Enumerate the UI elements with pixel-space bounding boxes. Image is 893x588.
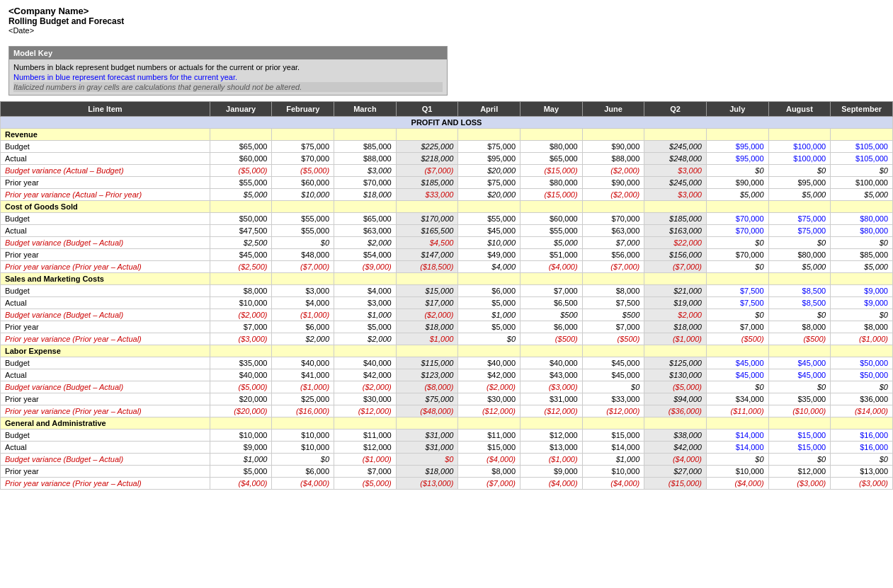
model-key-body: Numbers in black represent budget number…	[9, 59, 447, 95]
revenue-prior-jul: $90,000	[706, 177, 768, 189]
revenue-pv-feb: $10,000	[272, 189, 334, 201]
revenue-budget-sep: $105,000	[831, 141, 893, 153]
revenue-actual-jan: $60,000	[210, 153, 272, 165]
revenue-actual-row: Actual $60,000 $70,000 $88,000 $218,000 …	[1, 153, 893, 165]
revenue-bv-feb: ($5,000)	[272, 165, 334, 177]
revenue-budget-feb: $75,000	[272, 141, 334, 153]
revenue-bv-sep: $0	[831, 165, 893, 177]
col-q1: Q1	[396, 102, 458, 117]
labor-pv-row: Prior year variance (Prior year – Actual…	[1, 405, 893, 417]
model-key-line3: Italicized numbers in gray cells are cal…	[13, 82, 443, 92]
ga-actual-row: Actual $9,000 $10,000 $12,000 $31,000 $1…	[1, 442, 893, 454]
model-key-title: Model Key	[9, 47, 447, 59]
revenue-budget-row: Budget $65,000 $75,000 $85,000 $225,000 …	[1, 141, 893, 153]
budget-table: Line Item January February March Q1 Apri…	[0, 101, 893, 490]
sales-section-header: Sales and Marketing Costs	[1, 273, 893, 285]
col-q2: Q2	[644, 102, 707, 117]
model-key-box: Model Key Numbers in black represent bud…	[8, 46, 448, 96]
revenue-bv-label: Budget variance (Actual – Budget)	[1, 165, 210, 177]
sales-actual-row: Actual $10,000 $4,000 $3,000 $17,000 $5,…	[1, 297, 893, 309]
revenue-prior-may: $80,000	[521, 177, 583, 189]
revenue-actual-jul: $95,000	[706, 153, 768, 165]
revenue-actual-q2: $248,000	[644, 153, 707, 165]
revenue-bv-jul: $0	[706, 165, 768, 177]
revenue-pv-label: Prior year variance (Actual – Prior year…	[1, 189, 210, 201]
ga-bv-row: Budget variance (Budget – Actual) $1,000…	[1, 454, 893, 466]
revenue-bv-q2: $3,000	[644, 165, 707, 177]
col-sep: September	[831, 102, 893, 117]
sales-bv-row: Budget variance (Budget – Actual) ($2,00…	[1, 309, 893, 321]
revenue-pv-mar: $18,000	[334, 189, 397, 201]
revenue-bv-jan: ($5,000)	[210, 165, 272, 177]
budget-table-container: Line Item January February March Q1 Apri…	[0, 101, 893, 490]
report-date: <Date>	[8, 26, 885, 35]
cogs-prior-row: Prior year $45,000 $48,000 $54,000 $147,…	[1, 249, 893, 261]
revenue-prior-mar: $70,000	[334, 177, 397, 189]
cogs-actual-row: Actual $47,500 $55,000 $63,000 $165,500 …	[1, 225, 893, 237]
col-apr: April	[458, 102, 521, 117]
revenue-budget-mar: $85,000	[334, 141, 397, 153]
profit-loss-row: PROFIT AND LOSS	[1, 117, 893, 129]
revenue-bv-may: ($15,000)	[521, 165, 583, 177]
col-line-item: Line Item	[1, 102, 210, 117]
revenue-pv-q2: $3,000	[644, 189, 707, 201]
revenue-actual-jun: $88,000	[582, 153, 644, 165]
revenue-pv-sep: $5,000	[831, 189, 893, 201]
revenue-prior-label: Prior year	[1, 177, 210, 189]
revenue-bv-apr: $20,000	[458, 165, 521, 177]
revenue-prior-jun: $90,000	[582, 177, 644, 189]
labor-bv-row: Budget variance (Budget – Actual) ($5,00…	[1, 381, 893, 393]
revenue-label: Revenue	[1, 129, 210, 141]
cogs-bv-row: Budget variance (Budget – Actual) $2,500…	[1, 237, 893, 249]
revenue-pv-may: ($15,000)	[521, 189, 583, 201]
model-key-line2: Numbers in blue represent forecast numbe…	[13, 72, 443, 82]
cogs-section-header: Cost of Goods Sold	[1, 201, 893, 213]
revenue-budget-aug: $100,000	[768, 141, 831, 153]
col-aug: August	[768, 102, 831, 117]
ga-section-header: General and Administrative	[1, 417, 893, 430]
sales-pv-row: Prior year variance (Prior year – Actual…	[1, 333, 893, 345]
revenue-actual-may: $65,000	[521, 153, 583, 165]
sales-budget-row: Budget $8,000 $3,000 $4,000 $15,000 $6,0…	[1, 285, 893, 297]
revenue-bv-mar: $3,000	[334, 165, 397, 177]
revenue-prior-aug: $95,000	[768, 177, 831, 189]
revenue-pv-jun: ($2,000)	[582, 189, 644, 201]
revenue-bv-jun: ($2,000)	[582, 165, 644, 177]
ga-prior-row: Prior year $5,000 $6,000 $7,000 $18,000 …	[1, 466, 893, 478]
revenue-pv-jul: $5,000	[706, 189, 768, 201]
sales-prior-row: Prior year $7,000 $6,000 $5,000 $18,000 …	[1, 321, 893, 333]
cogs-budget-label: Budget	[1, 213, 210, 225]
revenue-budget-label: Budget	[1, 141, 210, 153]
company-name: <Company Name>	[8, 6, 885, 16]
labor-budget-row: Budget $35,000 $40,000 $40,000 $115,000 …	[1, 357, 893, 369]
report-title: Rolling Budget and Forecast	[8, 16, 885, 26]
revenue-pv-apr: $20,000	[458, 189, 521, 201]
cogs-budget-row: Budget $50,000 $55,000 $65,000 $170,000 …	[1, 213, 893, 225]
col-jul: July	[706, 102, 768, 117]
cogs-pv-row: Prior year variance (Prior year – Actual…	[1, 261, 893, 273]
ga-budget-row: Budget $10,000 $10,000 $11,000 $31,000 $…	[1, 430, 893, 442]
col-jun: June	[582, 102, 644, 117]
cogs-label: Cost of Goods Sold	[1, 201, 210, 213]
col-mar: March	[334, 102, 397, 117]
revenue-actual-aug: $100,000	[768, 153, 831, 165]
col-jan: January	[210, 102, 272, 117]
revenue-bv-row: Budget variance (Actual – Budget) ($5,00…	[1, 165, 893, 177]
revenue-budget-jun: $90,000	[582, 141, 644, 153]
col-may: May	[521, 102, 583, 117]
revenue-prior-jan: $55,000	[210, 177, 272, 189]
revenue-pv-row: Prior year variance (Actual – Prior year…	[1, 189, 893, 201]
labor-actual-row: Actual $40,000 $41,000 $42,000 $123,000 …	[1, 369, 893, 381]
revenue-actual-mar: $88,000	[334, 153, 397, 165]
revenue-pv-q1: $33,000	[396, 189, 458, 201]
labor-section-header: Labor Expense	[1, 345, 893, 357]
revenue-prior-q1: $185,000	[396, 177, 458, 189]
revenue-budget-q1: $225,000	[396, 141, 458, 153]
revenue-actual-q1: $218,000	[396, 153, 458, 165]
revenue-actual-apr: $95,000	[458, 153, 521, 165]
revenue-actual-feb: $70,000	[272, 153, 334, 165]
revenue-prior-sep: $100,000	[831, 177, 893, 189]
revenue-budget-q2: $245,000	[644, 141, 707, 153]
revenue-budget-jul: $95,000	[706, 141, 768, 153]
revenue-pv-jan: $5,000	[210, 189, 272, 201]
